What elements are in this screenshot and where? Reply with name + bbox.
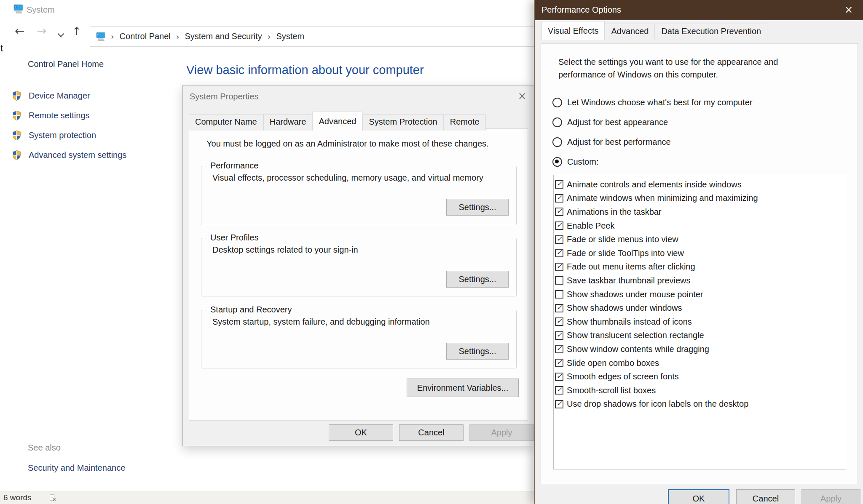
system-window: System ← → ↑ › Control Panel › System an…: [7, 0, 534, 491]
recent-locations-dropdown-icon[interactable]: [58, 31, 64, 37]
group-description: Visual effects, processor scheduling, me…: [212, 173, 483, 183]
group-title: User Profiles: [207, 233, 261, 243]
checkbox-label: Slide open combo boxes: [567, 358, 659, 368]
apply-button[interactable]: Apply: [801, 489, 860, 504]
radio-best-appearance[interactable]: Adjust for best appearance: [552, 112, 753, 132]
environment-variables-button[interactable]: Environment Variables...: [407, 379, 519, 397]
checkbox-icon[interactable]: ✓: [555, 373, 563, 381]
checkbox-row[interactable]: ✓ Animate windows when minimizing and ma…: [554, 192, 846, 205]
checkbox-icon[interactable]: ✓: [555, 221, 563, 230]
tab-strip: Computer Name Hardware Advanced System P…: [189, 114, 486, 131]
sidebar-item-control-panel-home[interactable]: Control Panel Home: [28, 59, 104, 69]
forward-button[interactable]: →: [37, 25, 46, 37]
sidebar-item-device-manager[interactable]: Device Manager: [11, 86, 126, 106]
cancel-button[interactable]: Cancel: [736, 489, 795, 504]
tab-remote[interactable]: Remote: [444, 114, 486, 131]
checkbox-icon[interactable]: ✓: [555, 400, 563, 408]
startup-recovery-settings-button[interactable]: Settings...: [446, 343, 509, 360]
check-icon: ✓: [556, 359, 562, 366]
apply-button[interactable]: Apply: [469, 424, 534, 441]
tab-data-execution-prevention[interactable]: Data Execution Prevention: [655, 24, 767, 40]
sidebar-item-remote-settings[interactable]: Remote settings: [11, 106, 126, 125]
performance-options-dialog: Performance Options × Visual Effects Adv…: [534, 0, 863, 504]
back-button[interactable]: ←: [15, 25, 24, 37]
breadcrumb-control-panel[interactable]: Control Panel: [120, 32, 171, 41]
check-icon: ✓: [556, 345, 562, 352]
checkbox-icon[interactable]: ✓: [555, 194, 563, 203]
checkbox-icon[interactable]: ✓: [555, 290, 563, 299]
ok-button[interactable]: OK: [668, 489, 729, 504]
sidebar-item-system-protection[interactable]: System protection: [11, 125, 126, 145]
close-icon[interactable]: ×: [844, 5, 853, 15]
checkbox-icon[interactable]: ✓: [555, 345, 563, 353]
tab-strip: Visual Effects Advanced Data Execution P…: [541, 24, 767, 40]
checkbox-label: Smooth edges of screen fonts: [567, 372, 679, 381]
radio-best-performance[interactable]: Adjust for best performance: [552, 132, 753, 152]
checkbox-icon[interactable]: ✓: [555, 359, 563, 367]
checkbox-row[interactable]: ✓ Show window contents while dragging: [554, 342, 846, 356]
checkbox-row[interactable]: ✓ Fade out menu items after clicking: [554, 260, 846, 274]
tab-visual-effects[interactable]: Visual Effects: [541, 21, 605, 40]
checkbox-row[interactable]: ✓ Enable Peek: [554, 219, 846, 233]
tab-system-protection[interactable]: System Protection: [362, 114, 443, 131]
radio-icon: [552, 157, 562, 167]
breadcrumb-system[interactable]: System: [276, 32, 304, 41]
checkbox-icon[interactable]: ✓: [555, 331, 563, 340]
sidebar-item-advanced-system-settings[interactable]: Advanced system settings: [11, 145, 126, 165]
checkbox-icon[interactable]: ✓: [555, 180, 563, 189]
address-bar[interactable]: › Control Panel › System and Security › …: [90, 26, 534, 47]
sidebar-item-label: Advanced system settings: [29, 150, 126, 160]
radio-let-windows-choose[interactable]: Let Windows choose what's best for my co…: [552, 93, 753, 112]
check-icon: ✓: [556, 304, 562, 311]
checkbox-row[interactable]: ✓ Animations in the taskbar: [554, 205, 846, 219]
checkbox-row[interactable]: ✓ Fade or slide menus into view: [554, 232, 846, 246]
proofing-status-icon[interactable]: [49, 494, 56, 501]
checkbox-icon[interactable]: ✓: [555, 249, 563, 257]
tab-advanced[interactable]: Advanced: [312, 112, 362, 131]
up-button[interactable]: ↑: [72, 26, 81, 37]
checkbox-label: Show shadows under mouse pointer: [567, 290, 703, 299]
checkbox-icon[interactable]: ✓: [555, 304, 563, 312]
checkbox-icon[interactable]: ✓: [555, 263, 563, 271]
user-profiles-settings-button[interactable]: Settings...: [446, 271, 509, 288]
ok-button[interactable]: OK: [329, 424, 393, 441]
checkbox-row[interactable]: ✓ Show thumbnails instead of icons: [554, 315, 846, 329]
checkbox-row[interactable]: ✓ Use drop shadows for icon labels on th…: [554, 397, 846, 411]
checkbox-icon[interactable]: ✓: [555, 276, 563, 285]
checkbox-label: Fade out menu items after clicking: [567, 262, 695, 272]
admin-note: You must be logged on as an Administrato…: [206, 139, 489, 149]
checkbox-row[interactable]: ✓ Save taskbar thumbnail previews: [554, 274, 846, 288]
checkbox-row[interactable]: ✓ Smooth-scroll list boxes: [554, 384, 846, 397]
checkbox-icon[interactable]: ✓: [555, 317, 563, 326]
checkbox-row[interactable]: ✓ Slide open combo boxes: [554, 356, 846, 370]
breadcrumb-system-and-security[interactable]: System and Security: [185, 32, 262, 41]
checkbox-row[interactable]: ✓ Show translucent selection rectangle: [554, 329, 846, 343]
background-document-edge: t: [0, 0, 7, 504]
checkbox-label: Animations in the taskbar: [567, 207, 662, 217]
checkbox-row[interactable]: ✓ Smooth edges of screen fonts: [554, 370, 846, 384]
tab-advanced[interactable]: Advanced: [605, 24, 655, 40]
checkbox-row[interactable]: ✓ Fade or slide ToolTips into view: [554, 246, 846, 260]
cancel-button[interactable]: Cancel: [399, 424, 464, 441]
checkbox-icon[interactable]: ✓: [555, 208, 563, 216]
sidebar-item-security-and-maintenance[interactable]: Security and Maintenance: [28, 463, 125, 473]
visual-effects-list[interactable]: ✓ Animate controls and elements inside w…: [553, 175, 846, 469]
tab-hardware[interactable]: Hardware: [263, 114, 313, 131]
checkbox-icon[interactable]: ✓: [555, 386, 563, 395]
checkbox-icon[interactable]: ✓: [555, 235, 563, 244]
checkbox-label: Show translucent selection rectangle: [567, 331, 704, 340]
breadcrumb-separator-icon[interactable]: ›: [106, 32, 119, 41]
checkbox-row[interactable]: ✓ Show shadows under windows: [554, 301, 846, 315]
breadcrumb-separator-icon[interactable]: ›: [172, 32, 184, 41]
close-icon[interactable]: ×: [518, 91, 526, 101]
tab-computer-name[interactable]: Computer Name: [189, 114, 263, 131]
checkbox-row[interactable]: ✓ Show shadows under mouse pointer: [554, 288, 846, 301]
word-count[interactable]: 6 words: [3, 493, 32, 502]
breadcrumb-separator-icon[interactable]: ›: [263, 32, 276, 41]
navigation-toolbar: ← → ↑ › Control Panel › System and Secur…: [7, 20, 534, 48]
performance-settings-button[interactable]: Settings...: [446, 199, 509, 216]
document-text-fragment: t: [0, 42, 3, 54]
radio-custom[interactable]: Custom:: [552, 152, 753, 172]
checkbox-row[interactable]: ✓ Animate controls and elements inside w…: [554, 178, 846, 192]
word-status-bar: 6 words: [0, 491, 534, 504]
